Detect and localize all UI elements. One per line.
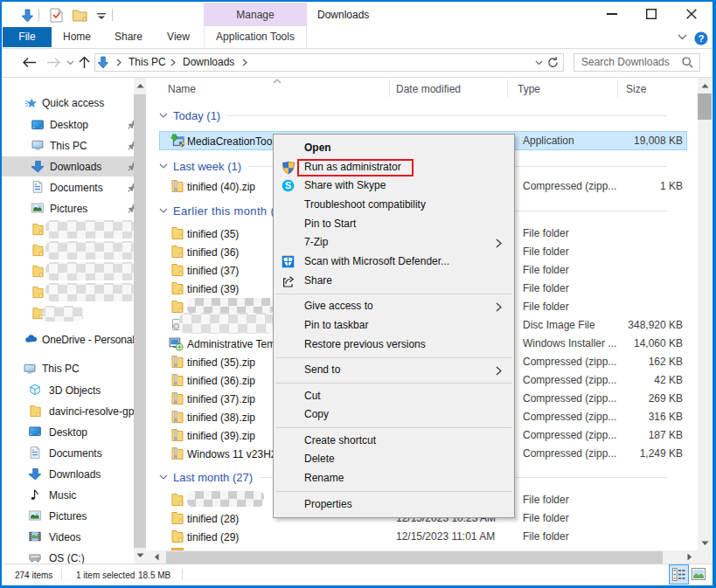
svg-text:?: ? <box>699 33 705 44</box>
